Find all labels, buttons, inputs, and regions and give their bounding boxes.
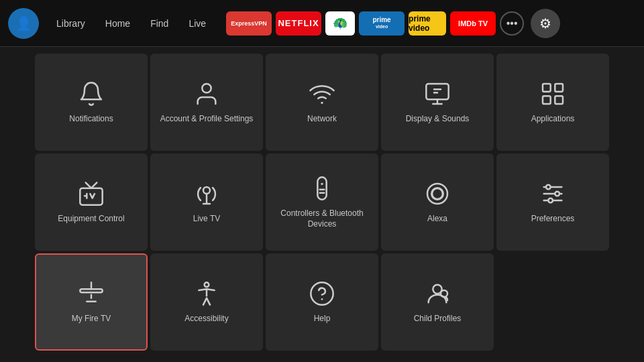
grid-item-accessibility[interactable]: Accessibility bbox=[150, 253, 263, 351]
nav-links: Library Home Find Live bbox=[47, 14, 215, 33]
grid-item-alexa[interactable]: Alexa bbox=[381, 154, 494, 251]
grid-item-preferences[interactable]: Preferences bbox=[496, 154, 609, 251]
settings-button[interactable]: ⚙ bbox=[531, 9, 560, 38]
myfiretv-icon bbox=[78, 280, 105, 307]
svg-point-1 bbox=[321, 101, 323, 103]
network-icon bbox=[309, 80, 335, 107]
svg-rect-5 bbox=[555, 96, 563, 104]
avatar[interactable]: 👤 bbox=[8, 8, 39, 39]
help-icon bbox=[309, 280, 335, 307]
myfiretv-label: My Fire TV bbox=[68, 314, 115, 324]
app-prime[interactable]: primevideo bbox=[359, 11, 405, 36]
svg-point-0 bbox=[202, 84, 211, 93]
controllers-icon bbox=[309, 175, 335, 202]
equipment-icon bbox=[78, 180, 105, 207]
grid-item-notifications[interactable]: Notifications bbox=[35, 54, 148, 151]
app-peacock[interactable]: 🦚 bbox=[325, 11, 355, 36]
more-apps-button[interactable]: ••• bbox=[500, 11, 524, 36]
livetv-icon bbox=[193, 180, 220, 207]
svg-point-17 bbox=[205, 282, 209, 287]
svg-point-15 bbox=[548, 198, 553, 202]
nav-live[interactable]: Live bbox=[179, 14, 215, 33]
svg-rect-3 bbox=[543, 84, 551, 92]
livetv-label: Live TV bbox=[189, 214, 224, 225]
svg-point-8 bbox=[203, 187, 210, 194]
applications-icon bbox=[539, 80, 566, 107]
grid-item-childprofiles[interactable]: Child Profiles bbox=[381, 253, 494, 351]
nav-library[interactable]: Library bbox=[47, 14, 95, 33]
display-icon bbox=[424, 80, 451, 107]
grid-item-livetv[interactable]: Live TV bbox=[150, 154, 263, 251]
svg-point-14 bbox=[555, 191, 559, 196]
grid-item-controllers[interactable]: Controllers & Bluetooth Devices bbox=[266, 154, 378, 251]
svg-point-19 bbox=[321, 298, 323, 300]
svg-rect-4 bbox=[555, 84, 563, 92]
settings-grid: NotificationsAccount & Profile SettingsN… bbox=[0, 47, 644, 357]
grid-item-network[interactable]: Network bbox=[266, 54, 378, 151]
nav-find[interactable]: Find bbox=[141, 14, 178, 33]
preferences-icon bbox=[539, 180, 566, 207]
app-imdb[interactable]: prime video bbox=[409, 11, 446, 36]
svg-rect-6 bbox=[543, 96, 551, 104]
nav-home[interactable]: Home bbox=[96, 14, 140, 33]
controllers-label: Controllers & Bluetooth Devices bbox=[266, 208, 378, 229]
accessibility-icon bbox=[193, 280, 220, 307]
top-nav: 👤 Library Home Find Live ExpressVPN NETF… bbox=[0, 0, 644, 47]
svg-point-18 bbox=[311, 282, 333, 304]
notifications-label: Notifications bbox=[65, 114, 117, 125]
account-icon bbox=[193, 80, 220, 107]
childprofiles-icon bbox=[424, 280, 451, 307]
grid-item-account[interactable]: Account & Profile Settings bbox=[150, 54, 263, 151]
grid-item-display[interactable]: Display & Sounds bbox=[381, 54, 494, 151]
svg-point-10 bbox=[321, 183, 323, 185]
preferences-label: Preferences bbox=[527, 214, 579, 225]
grid-item-applications[interactable]: Applications bbox=[496, 54, 609, 151]
svg-point-11 bbox=[427, 184, 447, 204]
alexa-icon bbox=[424, 180, 451, 207]
notifications-icon bbox=[78, 80, 105, 107]
app-netflix[interactable]: NETFLIX bbox=[276, 11, 321, 36]
childprofiles-label: Child Profiles bbox=[410, 314, 466, 324]
svg-point-12 bbox=[432, 188, 443, 199]
svg-rect-2 bbox=[426, 84, 448, 99]
app-youtube[interactable]: IMDb TV bbox=[450, 11, 496, 36]
network-label: Network bbox=[303, 114, 341, 125]
app-icons-row: ExpressVPN NETFLIX 🦚 primevideo prime vi… bbox=[226, 9, 636, 38]
grid-item-help[interactable]: Help bbox=[266, 253, 378, 351]
accessibility-label: Accessibility bbox=[180, 314, 232, 324]
alexa-label: Alexa bbox=[423, 214, 451, 225]
grid-item-equipment[interactable]: Equipment Control bbox=[35, 154, 148, 251]
equipment-label: Equipment Control bbox=[54, 214, 128, 225]
grid-item-myfiretv[interactable]: My Fire TV bbox=[35, 253, 148, 351]
help-label: Help bbox=[310, 314, 335, 324]
app-expressvpn[interactable]: ExpressVPN bbox=[226, 11, 272, 36]
applications-label: Applications bbox=[527, 114, 579, 125]
svg-point-21 bbox=[441, 290, 447, 297]
account-label: Account & Profile Settings bbox=[156, 114, 258, 125]
svg-point-13 bbox=[546, 184, 551, 189]
svg-rect-9 bbox=[317, 177, 326, 199]
display-label: Display & Sounds bbox=[402, 114, 474, 125]
